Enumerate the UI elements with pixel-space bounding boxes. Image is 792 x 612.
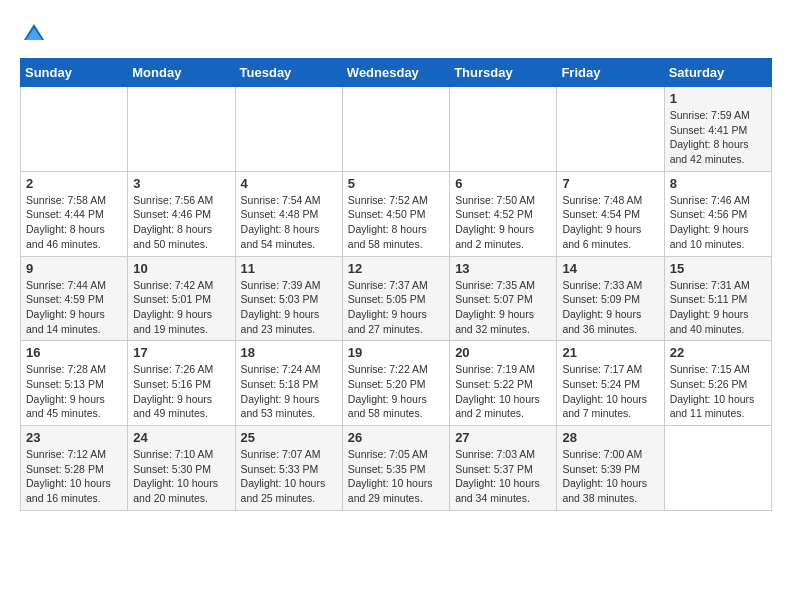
day-number: 14 — [562, 261, 658, 276]
day-info: Sunrise: 7:56 AM Sunset: 4:46 PM Dayligh… — [133, 193, 229, 252]
weekday-header: Tuesday — [235, 59, 342, 87]
day-number: 13 — [455, 261, 551, 276]
day-info: Sunrise: 7:42 AM Sunset: 5:01 PM Dayligh… — [133, 278, 229, 337]
calendar-table: SundayMondayTuesdayWednesdayThursdayFrid… — [20, 58, 772, 511]
day-info: Sunrise: 7:58 AM Sunset: 4:44 PM Dayligh… — [26, 193, 122, 252]
calendar-cell: 1Sunrise: 7:59 AM Sunset: 4:41 PM Daylig… — [664, 87, 771, 172]
day-number: 26 — [348, 430, 444, 445]
day-info: Sunrise: 7:15 AM Sunset: 5:26 PM Dayligh… — [670, 362, 766, 421]
day-info: Sunrise: 7:28 AM Sunset: 5:13 PM Dayligh… — [26, 362, 122, 421]
calendar-cell: 18Sunrise: 7:24 AM Sunset: 5:18 PM Dayli… — [235, 341, 342, 426]
calendar-week-row: 16Sunrise: 7:28 AM Sunset: 5:13 PM Dayli… — [21, 341, 772, 426]
calendar-cell: 12Sunrise: 7:37 AM Sunset: 5:05 PM Dayli… — [342, 256, 449, 341]
day-number: 24 — [133, 430, 229, 445]
day-number: 1 — [670, 91, 766, 106]
weekday-header: Friday — [557, 59, 664, 87]
day-info: Sunrise: 7:46 AM Sunset: 4:56 PM Dayligh… — [670, 193, 766, 252]
calendar-cell: 5Sunrise: 7:52 AM Sunset: 4:50 PM Daylig… — [342, 171, 449, 256]
calendar-cell: 2Sunrise: 7:58 AM Sunset: 4:44 PM Daylig… — [21, 171, 128, 256]
day-number: 19 — [348, 345, 444, 360]
day-number: 23 — [26, 430, 122, 445]
day-info: Sunrise: 7:00 AM Sunset: 5:39 PM Dayligh… — [562, 447, 658, 506]
calendar-cell: 27Sunrise: 7:03 AM Sunset: 5:37 PM Dayli… — [450, 426, 557, 511]
logo — [20, 20, 52, 48]
day-info: Sunrise: 7:54 AM Sunset: 4:48 PM Dayligh… — [241, 193, 337, 252]
calendar-cell: 8Sunrise: 7:46 AM Sunset: 4:56 PM Daylig… — [664, 171, 771, 256]
day-info: Sunrise: 7:59 AM Sunset: 4:41 PM Dayligh… — [670, 108, 766, 167]
calendar-cell: 19Sunrise: 7:22 AM Sunset: 5:20 PM Dayli… — [342, 341, 449, 426]
day-number: 16 — [26, 345, 122, 360]
day-info: Sunrise: 7:03 AM Sunset: 5:37 PM Dayligh… — [455, 447, 551, 506]
calendar-cell: 14Sunrise: 7:33 AM Sunset: 5:09 PM Dayli… — [557, 256, 664, 341]
day-info: Sunrise: 7:22 AM Sunset: 5:20 PM Dayligh… — [348, 362, 444, 421]
calendar-cell: 13Sunrise: 7:35 AM Sunset: 5:07 PM Dayli… — [450, 256, 557, 341]
day-number: 10 — [133, 261, 229, 276]
day-number: 21 — [562, 345, 658, 360]
calendar-cell: 26Sunrise: 7:05 AM Sunset: 5:35 PM Dayli… — [342, 426, 449, 511]
day-number: 4 — [241, 176, 337, 191]
day-number: 2 — [26, 176, 122, 191]
calendar-cell: 24Sunrise: 7:10 AM Sunset: 5:30 PM Dayli… — [128, 426, 235, 511]
day-info: Sunrise: 7:05 AM Sunset: 5:35 PM Dayligh… — [348, 447, 444, 506]
day-number: 20 — [455, 345, 551, 360]
calendar-cell: 3Sunrise: 7:56 AM Sunset: 4:46 PM Daylig… — [128, 171, 235, 256]
calendar-cell — [235, 87, 342, 172]
day-info: Sunrise: 7:37 AM Sunset: 5:05 PM Dayligh… — [348, 278, 444, 337]
calendar-cell: 25Sunrise: 7:07 AM Sunset: 5:33 PM Dayli… — [235, 426, 342, 511]
day-number: 18 — [241, 345, 337, 360]
day-number: 12 — [348, 261, 444, 276]
day-info: Sunrise: 7:10 AM Sunset: 5:30 PM Dayligh… — [133, 447, 229, 506]
day-info: Sunrise: 7:52 AM Sunset: 4:50 PM Dayligh… — [348, 193, 444, 252]
day-number: 22 — [670, 345, 766, 360]
calendar-cell — [21, 87, 128, 172]
calendar-cell: 28Sunrise: 7:00 AM Sunset: 5:39 PM Dayli… — [557, 426, 664, 511]
day-number: 3 — [133, 176, 229, 191]
calendar-week-row: 9Sunrise: 7:44 AM Sunset: 4:59 PM Daylig… — [21, 256, 772, 341]
calendar-header-row: SundayMondayTuesdayWednesdayThursdayFrid… — [21, 59, 772, 87]
weekday-header: Monday — [128, 59, 235, 87]
day-info: Sunrise: 7:50 AM Sunset: 4:52 PM Dayligh… — [455, 193, 551, 252]
calendar-cell — [128, 87, 235, 172]
day-info: Sunrise: 7:19 AM Sunset: 5:22 PM Dayligh… — [455, 362, 551, 421]
day-info: Sunrise: 7:39 AM Sunset: 5:03 PM Dayligh… — [241, 278, 337, 337]
weekday-header: Saturday — [664, 59, 771, 87]
calendar-cell — [664, 426, 771, 511]
weekday-header: Thursday — [450, 59, 557, 87]
day-number: 8 — [670, 176, 766, 191]
day-info: Sunrise: 7:33 AM Sunset: 5:09 PM Dayligh… — [562, 278, 658, 337]
calendar-cell: 11Sunrise: 7:39 AM Sunset: 5:03 PM Dayli… — [235, 256, 342, 341]
calendar-week-row: 23Sunrise: 7:12 AM Sunset: 5:28 PM Dayli… — [21, 426, 772, 511]
day-info: Sunrise: 7:35 AM Sunset: 5:07 PM Dayligh… — [455, 278, 551, 337]
day-number: 15 — [670, 261, 766, 276]
calendar-cell — [557, 87, 664, 172]
calendar-cell: 9Sunrise: 7:44 AM Sunset: 4:59 PM Daylig… — [21, 256, 128, 341]
day-number: 28 — [562, 430, 658, 445]
calendar-cell: 22Sunrise: 7:15 AM Sunset: 5:26 PM Dayli… — [664, 341, 771, 426]
day-info: Sunrise: 7:48 AM Sunset: 4:54 PM Dayligh… — [562, 193, 658, 252]
calendar-week-row: 1Sunrise: 7:59 AM Sunset: 4:41 PM Daylig… — [21, 87, 772, 172]
weekday-header: Wednesday — [342, 59, 449, 87]
calendar-cell: 6Sunrise: 7:50 AM Sunset: 4:52 PM Daylig… — [450, 171, 557, 256]
day-number: 11 — [241, 261, 337, 276]
page-header — [20, 20, 772, 48]
calendar-cell: 7Sunrise: 7:48 AM Sunset: 4:54 PM Daylig… — [557, 171, 664, 256]
day-number: 17 — [133, 345, 229, 360]
weekday-header: Sunday — [21, 59, 128, 87]
calendar-cell: 10Sunrise: 7:42 AM Sunset: 5:01 PM Dayli… — [128, 256, 235, 341]
day-info: Sunrise: 7:17 AM Sunset: 5:24 PM Dayligh… — [562, 362, 658, 421]
day-info: Sunrise: 7:12 AM Sunset: 5:28 PM Dayligh… — [26, 447, 122, 506]
day-number: 5 — [348, 176, 444, 191]
day-number: 6 — [455, 176, 551, 191]
day-number: 7 — [562, 176, 658, 191]
calendar-cell: 17Sunrise: 7:26 AM Sunset: 5:16 PM Dayli… — [128, 341, 235, 426]
day-number: 9 — [26, 261, 122, 276]
day-number: 27 — [455, 430, 551, 445]
day-number: 25 — [241, 430, 337, 445]
calendar-cell: 23Sunrise: 7:12 AM Sunset: 5:28 PM Dayli… — [21, 426, 128, 511]
calendar-cell — [450, 87, 557, 172]
day-info: Sunrise: 7:07 AM Sunset: 5:33 PM Dayligh… — [241, 447, 337, 506]
day-info: Sunrise: 7:31 AM Sunset: 5:11 PM Dayligh… — [670, 278, 766, 337]
calendar-cell — [342, 87, 449, 172]
day-info: Sunrise: 7:24 AM Sunset: 5:18 PM Dayligh… — [241, 362, 337, 421]
calendar-cell: 21Sunrise: 7:17 AM Sunset: 5:24 PM Dayli… — [557, 341, 664, 426]
